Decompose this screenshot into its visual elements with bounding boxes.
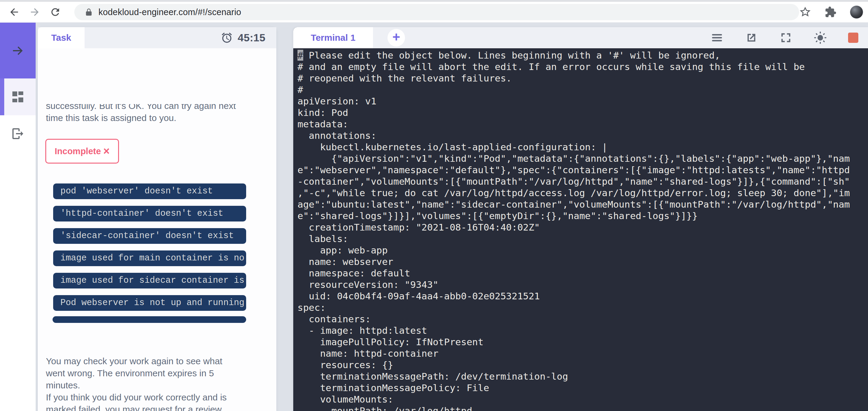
terminal-line: resources: {} — [298, 359, 868, 371]
left-rail — [0, 23, 36, 411]
terminal-line: uid: 04c0b4f4-09af-4aa4-abb0-02e02532152… — [298, 290, 868, 302]
check-result-pill: 'httpd-container' doesn't exist — [53, 206, 246, 221]
terminal-line: - image: httpd:latest — [298, 325, 868, 336]
terminal-line: terminationMessagePolicy: File — [298, 382, 868, 393]
task-description-line: time this task is assigned to you. — [46, 112, 267, 124]
task-footer-line: minutes. — [46, 379, 270, 391]
forward-button[interactable] — [28, 5, 42, 19]
check-result-pill: 'sidecar-container' doesn't exist — [53, 228, 246, 244]
terminal-line: metadata: — [298, 118, 868, 130]
status-badge[interactable]: Incomplete × — [45, 139, 119, 164]
terminal-line: name: webserver — [298, 256, 868, 267]
terminal-line: spec: — [298, 302, 868, 313]
fullscreen-icon[interactable] — [779, 31, 793, 44]
lock-icon — [85, 8, 93, 16]
check-result-pill: pod 'webserver' doesn't exist — [53, 183, 246, 199]
reload-button[interactable] — [48, 5, 62, 19]
task-description: successfully. But it's OK. You can try a… — [46, 104, 267, 127]
browser-toolbar: kodekloud-engineer.com/#!/scenario — [0, 2, 868, 23]
open-new-window-icon[interactable] — [745, 31, 758, 44]
extensions-icon[interactable] — [825, 6, 837, 18]
terminal-line: terminationMessagePath: /dev/termination… — [298, 371, 868, 382]
dashboard-icon — [10, 90, 25, 104]
app-page: Task 45:15 successfully. But it's OK. Yo… — [0, 23, 868, 411]
terminal-line: name: httpd-container — [298, 348, 868, 359]
url-text: kodekloud-engineer.com/#!/scenario — [98, 7, 241, 17]
check-results-list: pod 'webserver' doesn't exist'httpd-cont… — [53, 183, 246, 317]
stop-session-button[interactable] — [848, 33, 858, 43]
expand-arrow-icon — [10, 43, 25, 58]
bookmark-star-icon[interactable] — [799, 6, 811, 18]
check-results-scrollbar[interactable] — [53, 316, 246, 323]
address-bar[interactable]: kodekloud-engineer.com/#!/scenario — [74, 4, 799, 20]
terminal-line: age":"ubuntu:latest","name":"sidecar-con… — [298, 199, 868, 210]
terminal-header: Terminal 1 + — [293, 27, 868, 48]
terminal-panel: Terminal 1 + # Please edit the object be… — [293, 27, 868, 411]
terminal-line: - mountPath: /var/log/httpd — [298, 405, 868, 411]
task-footer-line: If you think you did your work correctly… — [46, 391, 270, 404]
reload-icon — [50, 6, 61, 18]
tab-terminal-1[interactable]: Terminal 1 — [293, 27, 373, 48]
terminal-line: e":"webserver","namespace":"default"},"s… — [298, 164, 868, 176]
back-button[interactable] — [7, 5, 21, 19]
terminal-cursor: # — [298, 50, 303, 61]
check-result-pill: image used for main container is no — [53, 250, 246, 266]
task-description-line: successfully. But it's OK. You can try a… — [46, 104, 267, 112]
terminal-line: -container","volumeMounts":[{"mountPath"… — [298, 176, 868, 187]
terminal-line: # Please edit the object below. Lines be… — [298, 49, 868, 61]
theme-brightness-icon[interactable] — [814, 31, 827, 44]
terminal-line: labels: — [298, 233, 868, 244]
terminal-menu-icon[interactable] — [710, 31, 724, 44]
logout-icon — [10, 127, 25, 141]
forward-arrow-icon — [29, 6, 40, 18]
terminal-line: annotations: — [298, 130, 868, 141]
task-footer-text: You may check your work again to see wha… — [46, 355, 270, 411]
terminal-line: creationTimestamp: "2021-08-16T04:40:02Z… — [298, 221, 868, 233]
terminal-line: # and an empty file will abort the edit.… — [298, 61, 868, 72]
back-arrow-icon — [8, 6, 20, 18]
sidebar-item-dashboard[interactable] — [0, 78, 36, 115]
terminal-line: containers: — [298, 313, 868, 325]
alarm-clock-icon — [221, 32, 233, 44]
check-result-pill: Pod webserver is not up and running — [53, 295, 246, 311]
timer-value: 45:15 — [238, 32, 266, 44]
check-result-pill: image used for sidecar container is — [53, 273, 246, 288]
profile-avatar[interactable] — [850, 5, 863, 19]
new-terminal-button[interactable]: + — [388, 29, 405, 46]
terminal-line: # reopened with the relevant failures. — [298, 72, 868, 84]
task-panel-header: Task 45:15 — [38, 27, 276, 48]
terminal-line: {"apiVersion":"v1","kind":"Pod","metadat… — [298, 153, 868, 164]
terminal-line: kubectl.kubernetes.io/last-applied-confi… — [298, 141, 868, 153]
close-icon[interactable]: × — [103, 146, 110, 157]
terminal-line: e":"shared-logs"}]}],"volumes":[{"emptyD… — [298, 210, 868, 221]
terminal-line: resourceVersion: "9343" — [298, 279, 868, 290]
terminal-line: imagePullPolicy: IfNotPresent — [298, 336, 868, 348]
task-footer-line: marked failed, you may request for a rev… — [46, 404, 270, 411]
tab-task[interactable]: Task — [38, 27, 85, 48]
sidebar-item-expand[interactable] — [0, 23, 36, 78]
terminal-line: # — [298, 84, 868, 95]
task-panel: Task 45:15 successfully. But it's OK. Yo… — [38, 27, 276, 411]
terminal-line: kind: Pod — [298, 107, 868, 118]
terminal-output[interactable]: # Please edit the object below. Lines be… — [293, 48, 868, 411]
task-footer-line: You may check your work again to see wha… — [46, 355, 270, 367]
sidebar-item-logout[interactable] — [0, 115, 36, 152]
terminal-line: apiVersion: v1 — [298, 95, 868, 107]
countdown-timer: 45:15 — [221, 27, 266, 48]
status-badge-label: Incomplete — [55, 146, 101, 156]
terminal-line: ,"-c","while true; do cat /var/log/httpd… — [298, 187, 868, 199]
terminal-line: volumeMounts: — [298, 393, 868, 405]
terminal-line: app: web-app — [298, 244, 868, 256]
task-footer-line: went wrong. The environment expires in 5 — [46, 367, 270, 379]
terminal-line: namespace: default — [298, 267, 868, 279]
